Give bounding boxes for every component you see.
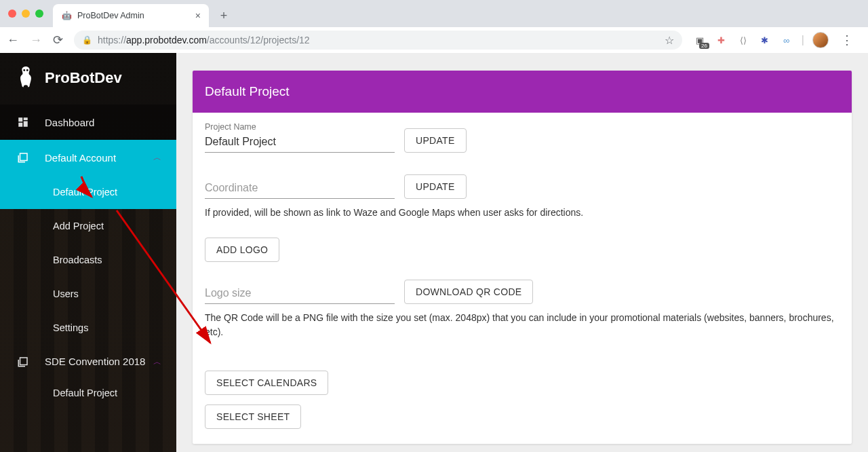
svg-rect-4 bbox=[20, 153, 28, 161]
coordinate-help-text: If provided, will be shown as link to Wa… bbox=[205, 206, 840, 220]
browser-toolbar: ← → ⟳ 🔒 https://app.probotdev.com/accoun… bbox=[0, 27, 868, 53]
brand-name: ProBotDev bbox=[45, 69, 122, 87]
logo-size-input[interactable] bbox=[205, 284, 395, 304]
close-tab-icon[interactable]: × bbox=[195, 10, 201, 21]
sidebar-item-label: Users bbox=[53, 288, 79, 299]
sidebar-item-users[interactable]: Users bbox=[0, 277, 176, 311]
forward-icon[interactable]: → bbox=[30, 33, 42, 48]
svg-rect-3 bbox=[18, 123, 22, 127]
card-header: Default Project bbox=[193, 71, 852, 113]
extensions: ▣26 ✚ ⟨⟩ ✱ ∞ | ⋮ bbox=[693, 32, 861, 48]
select-sheet-button[interactable]: SELECT SHEET bbox=[205, 404, 301, 429]
dashboard-icon bbox=[16, 115, 30, 129]
sidebar-item-add-project[interactable]: Add Project bbox=[0, 209, 176, 243]
select-calendars-button[interactable]: SELECT CALENDARS bbox=[205, 371, 328, 395]
main-content: Default Project Project Name UPDATE UPDA… bbox=[176, 53, 868, 452]
extension-icon[interactable]: ✱ bbox=[758, 33, 772, 47]
menu-icon[interactable]: ⋮ bbox=[837, 33, 857, 48]
browser-tab[interactable]: 🤖 ProBotDev Admin × bbox=[53, 4, 209, 27]
extension-icon[interactable]: ∞ bbox=[780, 33, 793, 47]
brand[interactable]: ProBotDev bbox=[0, 53, 176, 105]
sidebar-item-label: Default Project bbox=[53, 388, 117, 398]
sidebar-item-dashboard[interactable]: Dashboard bbox=[0, 105, 176, 140]
maximize-window-icon[interactable] bbox=[35, 10, 43, 18]
update-project-name-button[interactable]: UPDATE bbox=[404, 128, 467, 153]
project-name-label: Project Name bbox=[205, 122, 395, 132]
window-controls bbox=[0, 0, 52, 27]
sidebar-item-sde-convention[interactable]: SDE Convention 2018 ︿ bbox=[0, 345, 176, 379]
coordinate-input[interactable] bbox=[205, 179, 395, 199]
bookmark-icon[interactable]: ☆ bbox=[665, 34, 674, 47]
sidebar-item-label: Broadcasts bbox=[53, 255, 102, 265]
svg-rect-1 bbox=[24, 117, 28, 120]
project-card: Default Project Project Name UPDATE UPDA… bbox=[193, 71, 852, 444]
reload-icon[interactable]: ⟳ bbox=[53, 33, 63, 48]
lock-icon: 🔒 bbox=[82, 35, 92, 45]
extension-icon[interactable]: ▣26 bbox=[693, 33, 707, 47]
sidebar-item-label: Settings bbox=[53, 322, 88, 333]
tab-title: ProBotDev Admin bbox=[77, 11, 190, 20]
sidebar-item-label: Default Project bbox=[53, 187, 117, 197]
address-bar[interactable]: 🔒 https://app.probotdev.com/accounts/12/… bbox=[74, 31, 682, 50]
extension-icon[interactable]: ✚ bbox=[715, 33, 728, 47]
update-coordinate-button[interactable]: UPDATE bbox=[404, 174, 467, 199]
chevron-up-icon: ︿ bbox=[153, 356, 161, 368]
sidebar: ProBotDev Dashboard Default Account ︿ De… bbox=[0, 53, 176, 452]
sidebar-item-label: Default Account bbox=[45, 152, 116, 164]
app: ProBotDev Dashboard Default Account ︿ De… bbox=[0, 53, 868, 452]
sidebar-item-default-project[interactable]: Default Project bbox=[0, 175, 176, 209]
chevron-up-icon: ︿ bbox=[153, 152, 161, 164]
sidebar-item-settings[interactable]: Settings bbox=[0, 311, 176, 345]
new-tab-button[interactable]: + bbox=[214, 6, 233, 25]
add-logo-button[interactable]: ADD LOGO bbox=[205, 238, 279, 262]
sidebar-item-label: Add Project bbox=[53, 221, 104, 231]
profile-avatar[interactable] bbox=[812, 32, 829, 48]
sidebar-item-label: SDE Convention 2018 bbox=[45, 354, 145, 370]
close-window-icon[interactable] bbox=[8, 10, 16, 18]
minimize-window-icon[interactable] bbox=[22, 10, 30, 18]
svg-rect-0 bbox=[18, 117, 22, 121]
url: https://app.probotdev.com/accounts/12/pr… bbox=[98, 35, 310, 45]
sidebar-item-sde-default-project[interactable]: Default Project bbox=[0, 379, 176, 401]
sidebar-item-default-account[interactable]: Default Account ︿ bbox=[0, 140, 176, 175]
svg-rect-2 bbox=[24, 121, 28, 127]
project-name-input[interactable] bbox=[205, 133, 395, 153]
qr-help-text: The QR Code will be a PNG file with the … bbox=[205, 311, 840, 339]
favicon-icon: 🤖 bbox=[61, 10, 72, 21]
download-qr-button[interactable]: DOWNLOAD QR CODE bbox=[404, 280, 533, 304]
library-icon bbox=[16, 151, 30, 164]
library-icon bbox=[16, 355, 30, 369]
svg-rect-5 bbox=[20, 358, 28, 365]
logo-icon bbox=[16, 67, 35, 90]
back-icon[interactable]: ← bbox=[7, 33, 19, 48]
browser-chrome: 🤖 ProBotDev Admin × + ← → ⟳ 🔒 https://ap… bbox=[0, 0, 868, 53]
tab-bar: 🤖 ProBotDev Admin × + bbox=[0, 0, 868, 27]
sidebar-item-broadcasts[interactable]: Broadcasts bbox=[0, 243, 176, 277]
sidebar-item-label: Dashboard bbox=[45, 117, 94, 128]
extension-icon[interactable]: ⟨⟩ bbox=[736, 33, 750, 47]
